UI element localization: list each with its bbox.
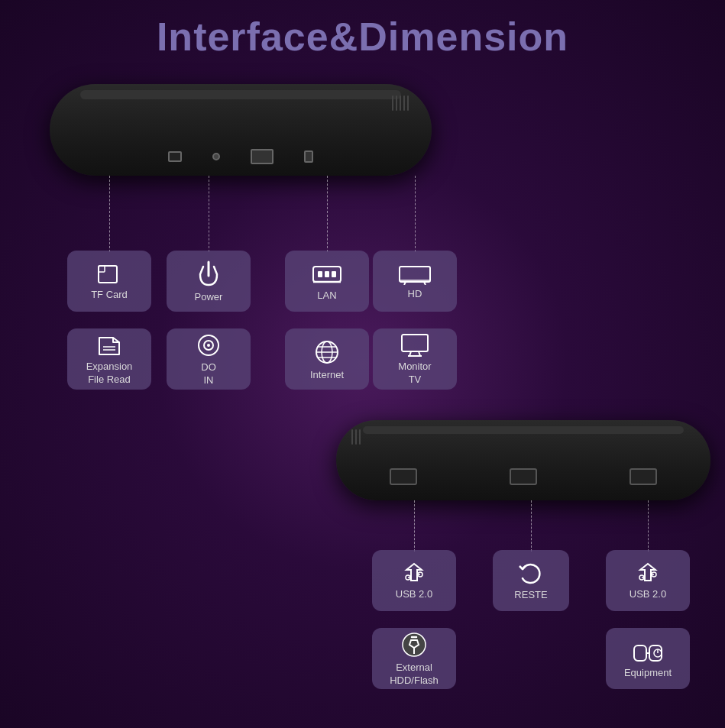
svg-rect-4 xyxy=(325,271,329,277)
monitor-tv-label: MonitorTV xyxy=(398,361,431,387)
lan-conn xyxy=(251,149,273,164)
usb-port-1 xyxy=(390,468,417,485)
internet-label: Internet xyxy=(310,369,344,382)
svg-rect-33 xyxy=(649,645,662,661)
svg-rect-32 xyxy=(634,645,646,661)
hd-conn xyxy=(304,150,313,163)
monitor-tv-icon xyxy=(400,333,429,358)
card-internet: Internet xyxy=(285,328,369,390)
card-equipment: Equipment xyxy=(606,628,690,689)
card-monitor-tv: MonitorTV xyxy=(373,328,457,390)
svg-point-13 xyxy=(207,344,210,347)
line-lan xyxy=(327,176,328,252)
usb-port-2 xyxy=(510,468,537,485)
usb-b-label: USB 2.0 xyxy=(630,588,666,601)
card-hd: HD xyxy=(373,251,457,312)
vent-decoration xyxy=(392,95,409,111)
card-power: Power xyxy=(167,251,251,312)
line-hd xyxy=(415,176,416,252)
card-external-hdd-flash: ExternalHDD/Flash xyxy=(372,628,456,689)
reste-icon xyxy=(518,561,544,586)
card-reste: RESTE xyxy=(493,550,569,611)
power-label: Power xyxy=(195,291,223,304)
line-reste xyxy=(531,500,532,552)
tf-slot xyxy=(168,151,182,162)
card-expansion-file-read: ExpansionFile Read xyxy=(67,328,151,390)
expansion-file-label: ExpansionFile Read xyxy=(86,361,133,387)
usb-b-icon xyxy=(634,562,662,585)
svg-rect-7 xyxy=(400,267,430,282)
lan-icon xyxy=(312,262,342,286)
lan-label: LAN xyxy=(317,290,336,303)
bottom-device xyxy=(321,420,725,512)
tf-card-icon xyxy=(95,263,123,286)
internet-icon xyxy=(313,338,341,366)
usb-port-3 xyxy=(630,468,657,485)
usb-ports xyxy=(344,468,703,485)
do-in-icon xyxy=(196,332,222,358)
card-lan: LAN xyxy=(285,251,369,312)
power-conn xyxy=(212,153,220,160)
external-hdd-label: ExternalHDD/Flash xyxy=(390,662,439,688)
external-hdd-icon xyxy=(400,631,428,658)
do-in-label: DOIN xyxy=(201,361,216,387)
line-usb-b xyxy=(648,500,649,552)
svg-rect-0 xyxy=(99,266,117,283)
card-usb-2-0-b: USB 2.0 xyxy=(606,550,690,611)
reste-label: RESTE xyxy=(514,589,547,602)
vent-decoration-2 xyxy=(351,429,361,445)
svg-rect-3 xyxy=(318,271,322,277)
card-do-in: DOIN xyxy=(167,328,251,390)
power-icon xyxy=(197,260,220,288)
line-usb-a xyxy=(414,500,415,552)
page-title: Interface&Dimension xyxy=(0,0,725,60)
line-tf xyxy=(109,176,110,252)
svg-rect-5 xyxy=(332,271,336,277)
top-device xyxy=(38,84,443,206)
bottom-device-body xyxy=(336,420,710,500)
line-power xyxy=(209,176,209,252)
tf-card-label: TF Card xyxy=(91,289,128,302)
usb-a-icon xyxy=(400,562,428,585)
hd-label: HD xyxy=(408,288,422,301)
card-tf-card: TF Card xyxy=(67,251,151,312)
top-device-body xyxy=(50,84,432,176)
connector-row xyxy=(168,149,313,164)
card-usb-2-0-a: USB 2.0 xyxy=(372,550,456,611)
hd-icon xyxy=(398,264,432,285)
equipment-label: Equipment xyxy=(624,667,672,680)
expansion-file-icon xyxy=(96,333,122,358)
usb-a-label: USB 2.0 xyxy=(396,588,432,601)
equipment-icon xyxy=(631,639,665,664)
svg-rect-19 xyxy=(402,335,428,351)
